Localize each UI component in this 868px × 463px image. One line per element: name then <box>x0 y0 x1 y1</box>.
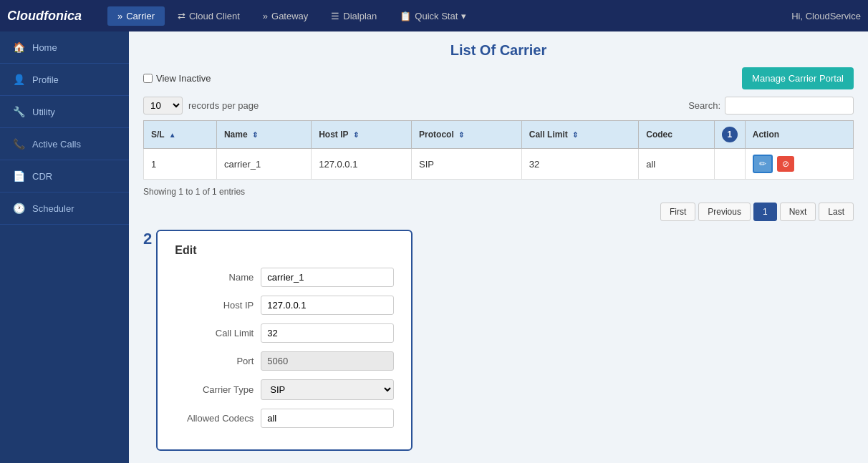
col-header-host-ip[interactable]: Host IP ⇕ <box>312 121 412 149</box>
active-calls-icon: 📞 <box>13 138 25 150</box>
search-label: Search: <box>688 100 720 111</box>
col-header-action: Action <box>745 121 853 149</box>
col-header-sl[interactable]: S/L ▲ <box>144 121 217 149</box>
cdr-icon: 📄 <box>13 170 25 182</box>
nav-item-dialplan[interactable]: ☰ Dialplan <box>321 6 387 26</box>
form-row-carrier-type: Carrier Type SIP IAX2 H323 <box>175 379 394 400</box>
nav-items: » Carrier ⇄ Cloud Client » Gateway ☰ Dia… <box>107 6 791 26</box>
allowed-codecs-input[interactable] <box>261 409 394 428</box>
sidebar-item-cdr[interactable]: 📄 CDR <box>0 160 129 192</box>
nav-item-quick-stat[interactable]: 📋 Quick Stat ▾ <box>390 6 476 26</box>
quick-stat-icon: 📋 <box>400 11 411 21</box>
cell-call-limit: 32 <box>521 149 638 180</box>
delete-button[interactable]: ⊘ <box>777 156 794 172</box>
scheduler-icon: 🕐 <box>13 203 25 214</box>
port-label: Port <box>175 356 254 366</box>
form-row-port: Port <box>175 351 394 371</box>
host-ip-label: Host IP <box>175 300 254 311</box>
sl-sort-icon: ▲ <box>169 131 176 139</box>
main-content: List Of Carrier View Inactive Manage Car… <box>129 31 868 463</box>
name-label: Name <box>175 272 254 283</box>
pagination-last-button[interactable]: Last <box>819 203 854 221</box>
records-per-page-select[interactable]: 10 25 50 100 <box>143 97 183 114</box>
col-header-badge: 1 <box>714 121 745 149</box>
host-ip-input[interactable] <box>261 296 394 315</box>
call-limit-label: Call Limit <box>175 328 254 338</box>
sidebar-item-scheduler[interactable]: 🕐 Scheduler <box>0 192 129 225</box>
pagination-first-button[interactable]: First <box>660 203 695 221</box>
sidebar-item-active-calls[interactable]: 📞 Active Calls <box>0 128 129 160</box>
call-limit-input[interactable] <box>261 323 394 343</box>
nav-item-carrier[interactable]: » Carrier <box>107 6 165 26</box>
home-icon: 🏠 <box>13 42 25 53</box>
cell-sl: 1 <box>144 149 217 180</box>
col-header-protocol[interactable]: Protocol ⇕ <box>412 121 522 149</box>
name-input[interactable] <box>261 268 394 287</box>
main-layout: 🏠 Home 👤 Profile 🔧 Utility 📞 Active Call… <box>0 31 868 463</box>
gateway-icon: » <box>263 11 268 21</box>
pagination-previous-button[interactable]: Previous <box>698 203 751 221</box>
carrier-icon: » <box>117 11 122 21</box>
nav-item-cloud-client[interactable]: ⇄ Cloud Client <box>168 6 250 26</box>
table-row: 1 carrier_1 127.0.0.1 SIP 32 all ✏ ⊘ <box>144 149 854 180</box>
cell-badge <box>714 149 745 180</box>
utility-icon: 🔧 <box>13 106 25 117</box>
records-per-page-label: records per page <box>188 100 259 111</box>
edit-button[interactable]: ✏ <box>753 155 773 173</box>
toolbar-left: View Inactive <box>143 73 211 84</box>
sidebar-item-utility[interactable]: 🔧 Utility <box>0 96 129 128</box>
cell-protocol: SIP <box>412 149 522 180</box>
nav-item-gateway[interactable]: » Gateway <box>253 6 319 26</box>
pagination-page-1-button[interactable]: 1 <box>753 203 777 221</box>
cell-action: ✏ ⊘ <box>745 149 853 180</box>
protocol-sort-icon: ⇕ <box>458 131 464 139</box>
step-2-marker: 2 <box>143 230 152 248</box>
view-inactive-label[interactable]: View Inactive <box>143 73 211 84</box>
form-row-name: Name <box>175 268 394 287</box>
carrier-type-select[interactable]: SIP IAX2 H323 <box>261 379 394 400</box>
manage-carrier-portal-button[interactable]: Manage Carrier Portal <box>742 67 854 89</box>
sidebar-item-profile[interactable]: 👤 Profile <box>0 64 129 96</box>
carrier-type-label: Carrier Type <box>175 384 254 395</box>
logo: Cloudfonica <box>7 9 93 24</box>
pagination: First Previous 1 Next Last <box>143 203 854 221</box>
form-row-allowed-codecs: Allowed Codecs <box>175 409 394 428</box>
carrier-table: S/L ▲ Name ⇕ Host IP ⇕ Protocol ⇕ Call L… <box>143 120 854 180</box>
port-input[interactable] <box>261 351 394 371</box>
search-input[interactable] <box>725 97 854 114</box>
view-inactive-checkbox[interactable] <box>143 74 153 83</box>
sidebar: 🏠 Home 👤 Profile 🔧 Utility 📞 Active Call… <box>0 31 129 463</box>
toolbar-row: View Inactive Manage Carrier Portal <box>143 67 854 89</box>
edit-panel-title: Edit <box>175 244 394 257</box>
quick-stat-dropdown-icon: ▾ <box>461 11 466 21</box>
page-title: List Of Carrier <box>143 42 854 59</box>
col-header-codec: Codec <box>639 121 715 149</box>
cell-name: carrier_1 <box>216 149 311 180</box>
name-sort-icon: ⇕ <box>252 131 258 139</box>
col-header-name[interactable]: Name ⇕ <box>216 121 311 149</box>
dialplan-icon: ☰ <box>331 11 339 21</box>
host-ip-sort-icon: ⇕ <box>353 131 359 139</box>
sidebar-item-home[interactable]: 🏠 Home <box>0 31 129 64</box>
top-navigation: Cloudfonica » Carrier ⇄ Cloud Client » G… <box>0 0 868 31</box>
cloud-client-icon: ⇄ <box>178 11 185 21</box>
form-row-host-ip: Host IP <box>175 296 394 315</box>
profile-icon: 👤 <box>13 74 25 85</box>
cell-host-ip: 127.0.0.1 <box>312 149 412 180</box>
entries-info: Showing 1 to 1 of 1 entries <box>143 187 854 197</box>
form-row-call-limit: Call Limit <box>175 323 394 343</box>
edit-panel: Edit Name Host IP Call Limit Port <box>156 230 413 451</box>
pagination-next-button[interactable]: Next <box>780 203 816 221</box>
nav-user[interactable]: Hi, CloudService <box>791 11 861 21</box>
call-limit-sort-icon: ⇕ <box>572 131 578 139</box>
allowed-codecs-label: Allowed Codecs <box>175 413 254 424</box>
col-header-call-limit[interactable]: Call Limit ⇕ <box>521 121 638 149</box>
cell-codec: all <box>639 149 715 180</box>
